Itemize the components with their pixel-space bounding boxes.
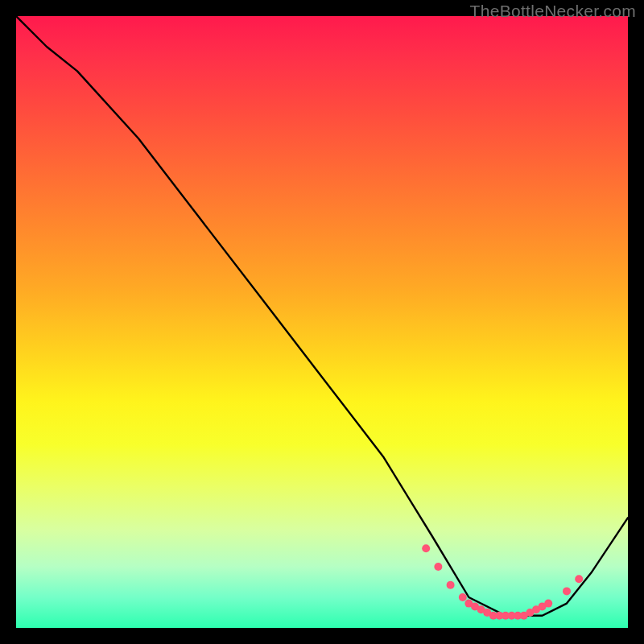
watermark-label: TheBottleNecker.com	[470, 2, 636, 21]
valley-marker	[575, 575, 583, 583]
valley-marker	[563, 587, 571, 595]
valley-marker	[422, 544, 430, 552]
valley-marker	[459, 593, 467, 601]
curve-svg	[16, 16, 628, 628]
plot-area	[16, 16, 628, 628]
chart-frame: TheBottleNecker.com	[0, 0, 644, 644]
bottleneck-curve-path	[16, 16, 628, 616]
valley-marker	[434, 563, 442, 571]
valley-marker	[544, 600, 552, 608]
valley-marker	[447, 581, 455, 589]
